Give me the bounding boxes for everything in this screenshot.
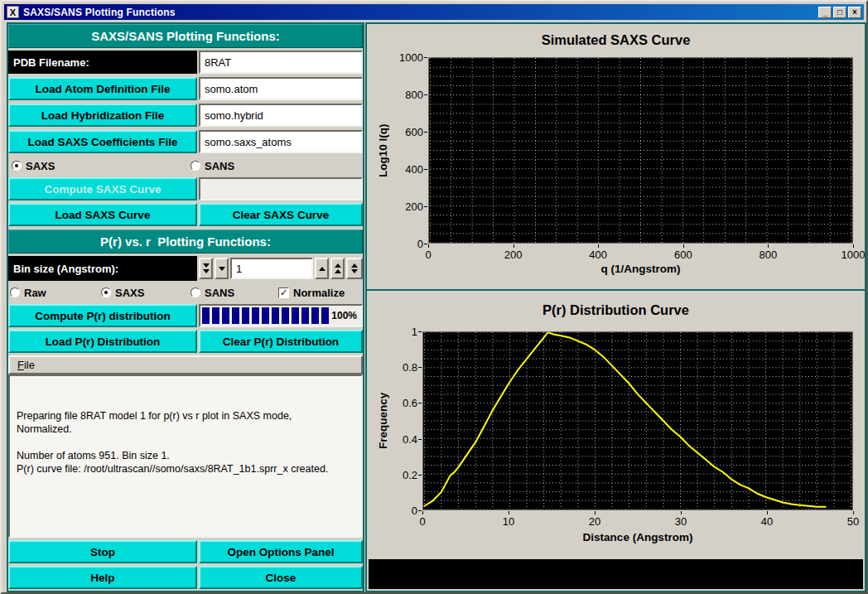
radio-label: SANS xyxy=(205,160,234,172)
radio-sans-mode[interactable]: SANS xyxy=(190,157,234,175)
x-tick-mark xyxy=(683,244,684,248)
arrow-up-icon xyxy=(335,269,341,273)
y-tick-mark xyxy=(424,132,427,133)
radio-selected-icon xyxy=(101,287,111,297)
radio-label: SAXS xyxy=(26,160,55,172)
y-tick-label: 600 xyxy=(385,126,423,138)
x-tick-mark xyxy=(422,511,423,514)
x-tick-label: 20 xyxy=(589,515,600,528)
clear-pr-distribution-button[interactable]: Clear P(r) Distribution xyxy=(199,330,363,353)
load-saxs-curve-button[interactable]: Load SAXS Curve xyxy=(8,203,197,226)
menu-file[interactable]: File xyxy=(10,357,42,373)
open-options-panel-button[interactable]: Open Options Panel xyxy=(199,540,363,563)
radio-pr-sans[interactable]: SANS xyxy=(190,283,234,302)
bin-size-decrement-button[interactable] xyxy=(215,258,229,279)
saxs-control-panel: SAXS/SANS Plotting Functions: PDB Filena… xyxy=(7,22,364,592)
y-tick-label: 0.2 xyxy=(379,468,417,481)
radio-pr-saxs[interactable]: SAXS xyxy=(101,283,144,302)
y-tick-label: 400 xyxy=(385,163,423,176)
radio-raw[interactable]: Raw xyxy=(10,283,46,302)
stop-button[interactable]: Stop xyxy=(8,540,197,563)
radio-unselected-icon xyxy=(10,287,20,297)
clear-saxs-curve-button[interactable]: Clear SAXS Curve xyxy=(199,203,363,226)
double-arrow-down-icon xyxy=(203,263,210,268)
window-title: SAXS/SANS Plotting Functions xyxy=(23,7,817,18)
load-saxs-coefficients-button[interactable]: Load SAXS Coefficients File xyxy=(8,130,197,153)
help-button[interactable]: Help xyxy=(8,566,197,589)
close-window-button[interactable]: × xyxy=(848,7,861,18)
pr-progress-bar: 100% xyxy=(199,304,363,327)
radio-label: SANS xyxy=(205,287,234,299)
radio-label: SAXS xyxy=(115,287,144,299)
y-tick-mark xyxy=(418,439,422,440)
x-tick-label: 1000 xyxy=(841,249,866,261)
saxs-x-axis-title: q (1/Angstrom) xyxy=(428,263,853,275)
saxs-y-axis-title: Log10 I(q) xyxy=(375,57,390,244)
radio-selected-icon xyxy=(12,161,22,171)
y-tick-label: 0.6 xyxy=(379,397,417,409)
x-tick-mark xyxy=(595,511,596,514)
y-tick-label: 0.4 xyxy=(379,432,417,445)
y-tick-label: 0 xyxy=(379,505,417,517)
x-tick-label: 0 xyxy=(419,515,425,528)
x-tick-label: 30 xyxy=(675,515,687,528)
x-tick-label: 200 xyxy=(504,249,523,261)
arrow-down-icon xyxy=(203,269,210,273)
y-tick-label: 0.8 xyxy=(379,361,417,374)
saxs-plot-canvas xyxy=(428,57,853,244)
x-tick-mark xyxy=(509,511,509,514)
atom-file-field[interactable]: somo.atom xyxy=(199,77,363,100)
x-tick-mark xyxy=(514,244,514,248)
app-window: X SAXS/SANS Plotting Functions _ □ × SAX… xyxy=(0,0,868,594)
hybrid-file-field[interactable]: somo.hybrid xyxy=(199,104,363,127)
checkbox-checked-icon: ✓ xyxy=(278,287,289,298)
saxs-plot-panel: Simulated SAXS Curve Log10 I(q) q (1/Ang… xyxy=(367,24,865,289)
pdb-filename-field[interactable]: 8RAT xyxy=(199,51,363,74)
x-tick-mark xyxy=(768,244,769,248)
bin-size-increment-button[interactable] xyxy=(315,258,329,279)
y-tick-label: 200 xyxy=(385,200,423,213)
pr-plot-panel: P(r) Distribution Curve Frequency Distan… xyxy=(367,291,865,558)
pr-panel-header: P(r) vs. r Plotting Functions: xyxy=(8,229,363,254)
progress-fill xyxy=(202,307,331,324)
x-tick-mark xyxy=(428,244,429,248)
y-tick-label: 1000 xyxy=(385,51,423,64)
y-tick-mark xyxy=(424,206,427,207)
bin-size-input[interactable]: 1 xyxy=(230,258,313,279)
bin-size-increment-fast-button[interactable] xyxy=(330,258,345,279)
arrow-down-icon xyxy=(351,269,358,273)
close-button[interactable]: Close xyxy=(199,566,363,589)
pr-x-axis-title: Distance (Angstrom) xyxy=(422,531,853,543)
unused-black-panel xyxy=(369,559,863,589)
load-hybridization-button[interactable]: Load Hybridization File xyxy=(8,104,197,127)
window-titlebar[interactable]: X SAXS/SANS Plotting Functions _ □ × xyxy=(4,4,864,20)
radio-unselected-icon xyxy=(190,161,200,171)
compute-saxs-curve-button[interactable]: Compute SAXS Curve xyxy=(8,177,197,200)
radio-unselected-icon xyxy=(190,287,200,297)
x-tick-label: 600 xyxy=(674,249,692,261)
y-tick-mark xyxy=(424,169,427,170)
x-tick-label: 0 xyxy=(425,249,431,261)
load-pr-distribution-button[interactable]: Load P(r) Distribution xyxy=(8,330,197,353)
compute-pr-distribution-button[interactable]: Compute P(r) distribution xyxy=(8,304,197,327)
minimize-button[interactable]: _ xyxy=(818,7,832,18)
x-tick-label: 10 xyxy=(503,515,514,528)
menubar: File xyxy=(8,355,363,374)
load-atom-definition-button[interactable]: Load Atom Definition File xyxy=(8,77,197,100)
bin-size-spinner[interactable] xyxy=(346,258,363,279)
pdb-filename-label: PDB Filename: xyxy=(8,51,197,74)
arrow-down-icon xyxy=(219,267,225,271)
x-tick-label: 50 xyxy=(847,515,859,528)
bin-size-decrement-fast-button[interactable] xyxy=(199,258,213,279)
normalize-checkbox[interactable]: ✓ Normalize xyxy=(278,283,345,302)
radio-saxs-mode[interactable]: SAXS xyxy=(12,157,55,175)
maximize-button[interactable]: □ xyxy=(833,7,846,18)
y-tick-label: 800 xyxy=(385,89,423,101)
double-arrow-up-icon xyxy=(335,263,341,268)
saxs-coeff-file-field[interactable]: somo.saxs_atoms xyxy=(199,130,363,153)
y-tick-mark xyxy=(418,510,422,511)
y-tick-label: 1 xyxy=(379,326,417,338)
panel-header: SAXS/SANS Plotting Functions: xyxy=(8,24,363,48)
saxs-plot-title: Simulated SAXS Curve xyxy=(367,32,865,48)
x-tick-mark xyxy=(853,244,854,248)
